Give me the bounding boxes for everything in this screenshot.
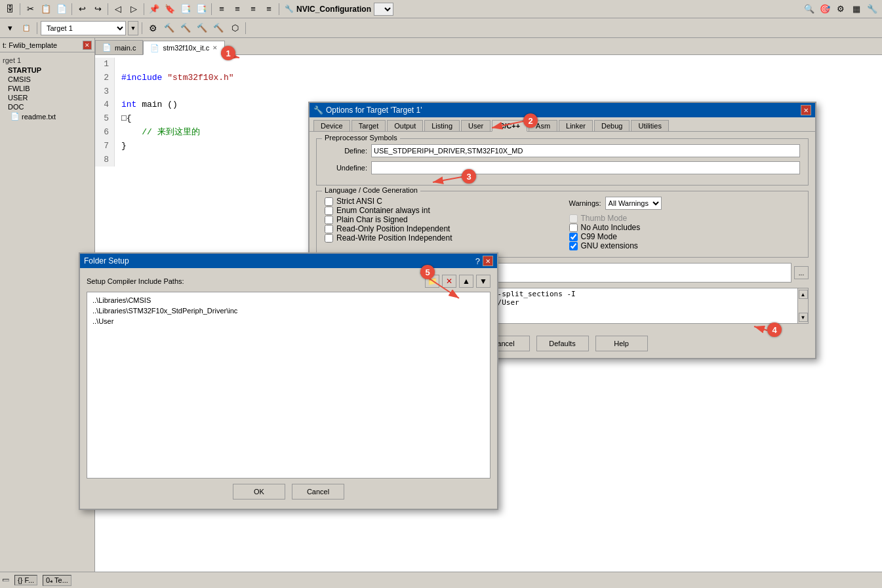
toolbar-second: ▾ 📋 Target 1 ▼ ⚙ 🔨 🔨 🔨 🔨 ⬡ (0, 18, 882, 38)
toolbar-back-btn[interactable]: ◁ (111, 2, 125, 16)
sep4 (144, 3, 144, 15)
toolbar-indent1[interactable]: ≡ (214, 2, 229, 16)
tree-group-fwlib[interactable]: FWLIB (3, 84, 92, 93)
toolbar2-btn4[interactable]: 🔨 (162, 21, 176, 35)
language-section: Language / Code Generation Strict ANSI C… (316, 191, 809, 258)
help-btn[interactable]: Help (595, 336, 648, 351)
defaults-btn[interactable]: Defaults (536, 336, 589, 351)
file-icon: 📄 (10, 112, 20, 121)
folder-list[interactable]: ..\Libraries\CMSIS ..\Libraries\STM32F10… (87, 292, 491, 479)
folder-close-btn[interactable]: ✕ (483, 256, 493, 266)
sep8 (142, 22, 142, 34)
toolbar-redo-btn[interactable]: ↪ (90, 2, 105, 16)
folder-add-btn[interactable]: 📁 (425, 275, 439, 288)
nvic-dropdown[interactable] (374, 3, 393, 16)
toolbar-indent2[interactable]: ≡ (230, 2, 245, 16)
toolbar-search-btn[interactable]: 🔍 (802, 2, 816, 16)
tab-stm32-it-c[interactable]: 📄 stm32f10x_it.c ✕ (143, 41, 225, 55)
tab-listing[interactable]: Listing (424, 120, 460, 131)
tab-stm32-label: stm32f10x_it.c (163, 44, 209, 52)
toolbar-file-btn[interactable]: 🗄 (3, 2, 17, 16)
tab-linker[interactable]: Linker (559, 120, 593, 131)
target-dropdown-arrow[interactable]: ▼ (128, 21, 138, 35)
tree-group-cmsis[interactable]: CMSIS (3, 75, 92, 84)
folder-list-item-2[interactable]: ..\User (90, 316, 487, 326)
toolbar-bm2[interactable]: 🔖 (163, 2, 177, 16)
plain-char-check[interactable] (325, 216, 333, 224)
tree-project[interactable]: rget 1 (3, 55, 92, 66)
warnings-row: Warnings: No Warnings All Warnings (569, 197, 801, 210)
define-input[interactable] (371, 144, 800, 157)
tab-utilities[interactable]: Utilities (631, 120, 668, 131)
options-close-btn[interactable]: ✕ (801, 105, 811, 115)
strict-ansi-row: Strict ANSI C (325, 197, 556, 206)
misc-scroll: ▲ ▼ (797, 288, 808, 323)
c99-mode-check[interactable] (569, 233, 578, 241)
tab-output[interactable]: Output (387, 120, 423, 131)
status-item-empty (3, 579, 9, 581)
toolbar-bm3[interactable]: 📑 (178, 2, 193, 16)
target-select[interactable]: Target 1 (41, 21, 126, 35)
folder-down-btn[interactable]: ▼ (476, 275, 491, 288)
toolbar-undo-btn[interactable]: ↩ (75, 2, 89, 16)
sep3 (108, 3, 108, 15)
strict-ansi-check[interactable] (325, 197, 333, 206)
tree-group-user[interactable]: USER (3, 93, 92, 102)
plain-char-label: Plain Char is Signed (336, 215, 408, 224)
readonly-pos-check[interactable] (325, 225, 333, 233)
toolbar2-btn5[interactable]: 🔨 (178, 21, 193, 35)
toolbar-paste-btn[interactable]: 📄 (54, 2, 69, 16)
gnu-ext-check[interactable] (569, 242, 578, 250)
options-dialog-tabs: Device Target Output Listing User C/C++ … (310, 117, 815, 132)
tab-main-c[interactable]: 📄 main.c (95, 40, 143, 54)
left-tree: rget 1 STARTUP CMSIS FWLIB USER DOC 📄 re… (0, 52, 94, 124)
left-panel-close-btn[interactable]: ✕ (83, 41, 92, 50)
tree-group-doc[interactable]: DOC (3, 102, 92, 111)
toolbar-grid-btn[interactable]: ▦ (849, 2, 864, 16)
no-auto-includes-check[interactable] (569, 224, 578, 232)
tab-debug[interactable]: Debug (594, 120, 630, 131)
toolbar2-btn1[interactable]: ▾ (3, 21, 17, 35)
scroll-down[interactable]: ▼ (799, 313, 808, 322)
tree-group-startup[interactable]: STARTUP (3, 66, 92, 75)
toolbar2-btn6[interactable]: 🔨 (195, 21, 209, 35)
scroll-up[interactable]: ▲ (799, 290, 808, 299)
tab-user[interactable]: User (461, 120, 491, 131)
tab-stm32-close[interactable]: ✕ (212, 45, 218, 51)
toolbar-tools-btn[interactable]: 🔧 (865, 2, 879, 16)
enum-container-check[interactable] (325, 206, 333, 215)
toolbar-bm1[interactable]: 📌 (147, 2, 161, 16)
tab-cpp[interactable]: C/C++ (492, 120, 527, 132)
toolbar-cut-btn[interactable]: ✂ (23, 2, 37, 16)
toolbar-indent3[interactable]: ≡ (246, 2, 260, 16)
tab-device[interactable]: Device (313, 120, 350, 131)
toolbar2-btn3[interactable]: ⚙ (146, 21, 160, 35)
readwrite-pos-check[interactable] (325, 234, 333, 243)
folder-list-item-1[interactable]: ..\Libraries\STM32F10x_StdPeriph_Driver\… (90, 305, 487, 316)
folder-ok-btn[interactable]: OK (233, 484, 285, 500)
folder-up-btn[interactable]: ▲ (459, 275, 473, 288)
toolbar2-btn7[interactable]: 🔨 (211, 21, 226, 35)
toolbar-forward-btn[interactable]: ▷ (127, 2, 141, 16)
toolbar2-btn2[interactable]: 📋 (19, 21, 33, 35)
file-name: readme.txt (22, 113, 56, 121)
toolbar2-btn8[interactable]: ⬡ (228, 21, 242, 35)
enum-container-label: Enum Container always int (336, 206, 430, 215)
undefine-input[interactable] (371, 161, 800, 174)
toolbar-bm4[interactable]: 📑 (194, 2, 209, 16)
warnings-select[interactable]: No Warnings All Warnings (605, 197, 662, 210)
sep1 (20, 3, 20, 15)
tree-file-readme[interactable]: 📄 readme.txt (3, 111, 92, 121)
folder-delete-btn[interactable]: ✕ (442, 275, 456, 288)
toolbar-settings-btn[interactable]: ⚙ (833, 2, 848, 16)
folder-cancel-btn[interactable]: Cancel (292, 484, 344, 500)
tab-target[interactable]: Target (351, 120, 386, 131)
status-item-fn: {} F... (14, 575, 37, 585)
include-browse-btn[interactable]: ... (794, 266, 809, 279)
thumb-mode-check[interactable] (569, 214, 578, 223)
toolbar-indent4[interactable]: ≡ (262, 2, 276, 16)
tab-asm[interactable]: Asm (529, 120, 557, 131)
folder-list-item-0[interactable]: ..\Libraries\CMSIS (90, 295, 487, 305)
toolbar-targets-btn[interactable]: 🎯 (818, 2, 832, 16)
toolbar-copy-btn[interactable]: 📋 (39, 2, 53, 16)
